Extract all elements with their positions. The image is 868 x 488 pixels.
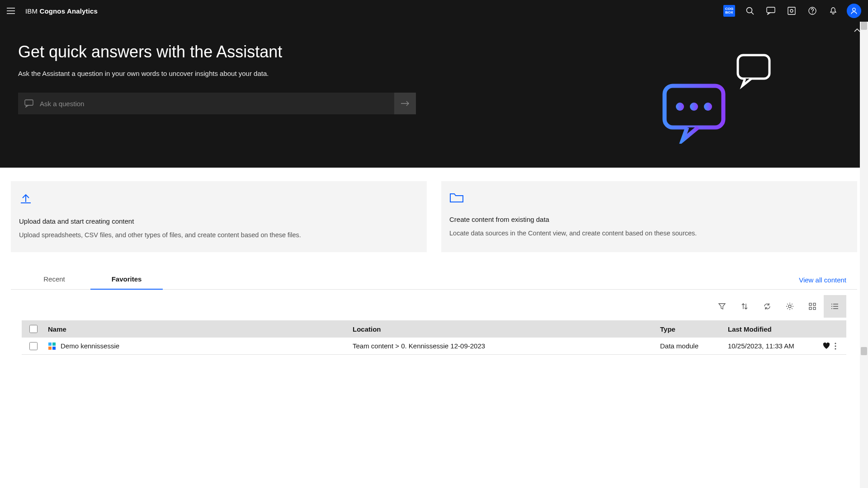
svg-rect-16 [809,307,811,310]
upload-card-desc: Upload spreadsheets, CSV files, and othe… [19,231,419,239]
settings-button[interactable] [778,295,801,318]
svg-point-6 [853,8,855,11]
notifications-button[interactable] [823,0,844,21]
create-card-desc: Locate data sources in the Content view,… [449,230,849,237]
table-header: Name Location Type Last Modified [22,320,846,338]
topbar: IBM Cognos Analytics COG BOX [0,0,868,22]
folder-icon [449,192,849,204]
row-menu-button[interactable] [835,343,836,350]
gear-icon [786,302,794,310]
refresh-button[interactable] [756,295,778,318]
search-button[interactable] [740,0,760,21]
favorite-toggle[interactable] [823,343,830,349]
header-location[interactable]: Location [353,325,660,333]
header-type[interactable]: Type [660,325,728,333]
quick-action-cards: Upload data and start creating content U… [11,181,857,252]
avatar [847,4,861,18]
help-icon [808,7,816,15]
row-name: Demo kennissessie [61,342,119,350]
create-card-title: Create content from existing data [449,216,849,223]
chat-icon [766,7,775,15]
svg-rect-17 [813,307,816,310]
search-icon [746,7,754,15]
header-modified[interactable]: Last Modified [728,325,846,333]
tab-favorites[interactable]: Favorites [90,269,163,290]
hero-illustration [656,49,773,144]
hamburger-menu[interactable] [4,4,18,18]
tab-recent[interactable]: Recent [18,268,90,289]
svg-rect-24 [52,347,56,350]
table-row[interactable]: Demo kennissessie Team content > 0. Kenn… [22,338,846,355]
svg-point-10 [676,103,684,111]
ask-question-input[interactable] [40,93,394,114]
grid-icon [808,302,816,310]
svg-rect-1 [767,7,775,13]
cogbox-button[interactable]: COG BOX [719,0,740,21]
list-view-button[interactable] [824,295,846,318]
body: Upload data and start creating content U… [0,168,868,355]
sort-button[interactable] [733,295,756,318]
brand: IBM Cognos Analytics [25,7,98,15]
ask-chat-icon-wrap [18,93,40,114]
svg-point-19 [831,306,832,307]
filter-icon [718,302,726,310]
sort-icon [741,302,749,310]
chat-icon [24,99,33,108]
svg-point-13 [788,305,791,308]
svg-point-26 [835,345,836,347]
header-name[interactable]: Name [45,325,353,333]
svg-rect-7 [25,100,33,105]
content-tabs: Recent Favorites View all content [11,268,857,290]
kebab-icon [835,343,836,350]
row-location: Team content > 0. Kennissessie 12-09-202… [353,342,660,350]
svg-rect-2 [788,7,795,14]
ask-submit-button[interactable] [394,93,416,114]
svg-rect-23 [48,347,52,350]
svg-point-12 [704,103,712,111]
svg-point-5 [812,13,813,14]
svg-point-18 [831,304,832,305]
create-content-card[interactable]: Create content from existing data Locate… [441,181,857,252]
upload-card-title: Upload data and start creating content [19,217,419,225]
brand-prefix: IBM [25,7,38,15]
scrollbar-up-icon [861,22,867,30]
filter-button[interactable] [711,295,733,318]
svg-point-25 [835,343,836,344]
person-icon [850,7,858,15]
hero: Get quick answers with the Assistant Ask… [0,22,868,168]
bell-icon [829,7,837,15]
hamburger-icon [7,8,15,14]
help-button[interactable] [802,0,823,21]
refresh-icon [763,302,771,310]
upload-data-card[interactable]: Upload data and start creating content U… [11,181,427,252]
storage-icon [788,7,796,15]
view-all-content-link[interactable]: View all content [799,276,846,284]
select-all-checkbox[interactable] [29,325,38,333]
row-checkbox[interactable] [29,342,38,350]
account-button[interactable] [844,0,864,21]
scrollbar-thumb [861,347,867,355]
grid-view-button[interactable] [801,295,824,318]
list-icon [831,302,839,310]
ask-assistant-field [18,93,416,114]
svg-rect-14 [809,303,811,305]
svg-point-0 [747,8,752,13]
svg-point-11 [690,103,698,111]
arrow-right-icon [401,101,410,106]
cogbox-icon: COG BOX [723,5,735,17]
row-modified: 10/25/2023, 11:33 AM [728,342,810,350]
upload-icon [19,192,419,206]
svg-point-20 [831,308,832,309]
content-toolbar [11,290,857,320]
brand-name: Cognos Analytics [39,7,98,15]
assistant-button[interactable] [760,0,781,21]
row-type: Data module [660,342,728,350]
scrollbar[interactable] [860,22,868,488]
svg-point-27 [835,348,836,349]
heart-icon [823,343,830,349]
svg-point-3 [790,9,793,12]
manage-button[interactable] [781,0,802,21]
content-table: Name Location Type Last Modified Demo ke… [22,320,846,355]
svg-rect-21 [48,343,52,346]
svg-rect-8 [738,55,769,79]
